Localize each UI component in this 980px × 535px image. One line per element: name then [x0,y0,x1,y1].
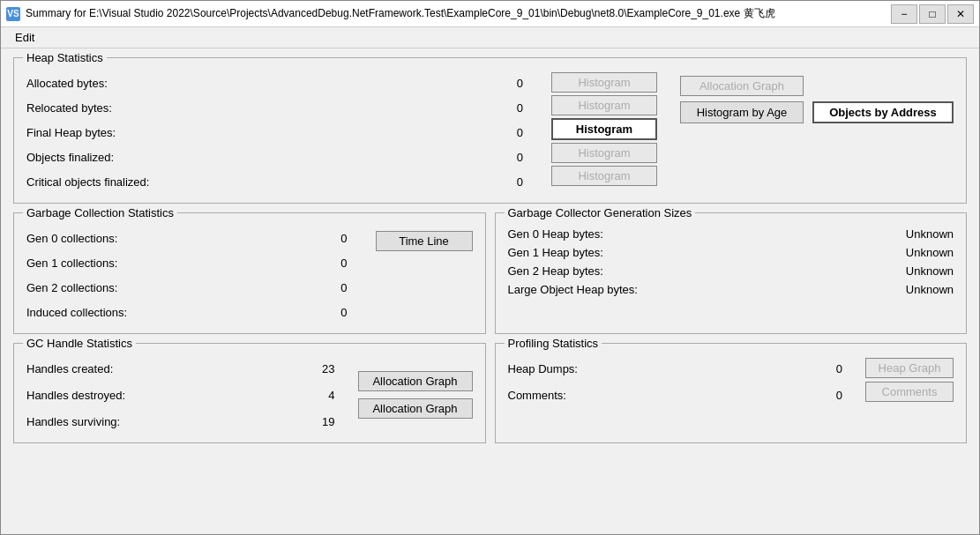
heap-statistics-title: Heap Statistics [23,51,107,64]
gc-collection-panel: Garbage Collection Statistics Gen 0 coll… [13,212,486,334]
stat-value-0: 0 [497,77,523,90]
gc-value-1: 0 [321,256,348,270]
handle-label-1: Handles destroyed: [26,389,159,402]
title-bar: VS Summary for E:\Visual Studio 2022\Sou… [1,1,979,27]
profiling-label-1: Comments: [508,389,640,402]
gen-value-1: Unknown [906,246,954,259]
gc-handle-panel: GC Handle Statistics Handles created: 23… [13,343,486,443]
edit-menu[interactable]: Edit [8,29,41,46]
table-row: Gen 2 collections: 0 [26,277,362,298]
stat-label-1: Relocated bytes: [26,101,159,115]
table-row: Comments: 0 [508,384,857,405]
profiling-label-0: Heap Dumps: [508,362,640,375]
table-row: Relocated bytes: 0 [26,97,537,118]
gc-generation-sizes-title: Garbage Collector Generation Sizes [505,206,696,219]
heap-stats-content: Allocated bytes: 0 Relocated bytes: 0 Fi… [26,72,954,192]
heap-right-buttons: Allocation Graph Histogram by Age Object… [680,72,954,123]
allocation-graph-button-handle-1[interactable]: Allocation Graph [358,398,473,419]
histogram-buttons-col: Histogram Histogram Histogram Histogram … [551,72,657,186]
stat-value-1: 0 [497,101,523,115]
table-row: Gen 2 Heap bytes: Unknown [508,264,954,278]
handle-profiling-row: GC Handle Statistics Handles created: 23… [13,343,967,443]
table-row: Final Heap bytes: 0 [26,122,537,143]
title-bar-text: Summary for E:\Visual Studio 2022\Source… [26,6,886,21]
heap-graph-button[interactable]: Heap Graph [865,358,954,378]
gc-collection-title: Garbage Collection Statistics [23,206,177,219]
handle-content: Handles created: 23 Handles destroyed: 4… [26,358,473,432]
gc-label-2: Gen 2 collections: [26,281,159,294]
heap-statistics-panel: Heap Statistics Allocated bytes: 0 Reloc… [13,57,967,204]
profiling-buttons: Heap Graph Comments [865,358,954,405]
table-row: Gen 1 Heap bytes: Unknown [508,246,954,259]
profiling-stats-panel: Profiling Statistics Heap Dumps: 0 Comme… [495,343,968,443]
table-row: Allocated bytes: 0 [26,72,537,93]
profiling-stats-rows: Heap Dumps: 0 Comments: 0 [508,358,857,405]
handle-label-0: Handles created: [26,362,159,375]
gen-value-2: Unknown [906,264,954,278]
gc-label-1: Gen 1 collections: [26,256,159,270]
histogram-button-2[interactable]: Histogram [551,118,657,140]
table-row: Objects finalized: 0 [26,146,537,167]
profiling-stats-title: Profiling Statistics [505,337,602,350]
table-row: Handles created: 23 [26,358,349,379]
objects-by-address-button[interactable]: Objects by Address [812,101,954,123]
gen-label-3: Large Object Heap bytes: [508,283,667,296]
stat-label-2: Final Heap bytes: [26,126,159,139]
timeline-button[interactable]: Time Line [376,231,473,251]
heap-stat-rows: Allocated bytes: 0 Relocated bytes: 0 Fi… [26,72,537,192]
handle-value-1: 4 [309,389,335,402]
table-row: Large Object Heap bytes: Unknown [508,283,954,296]
handle-stats-rows: Handles created: 23 Handles destroyed: 4… [26,358,349,432]
gen-value-0: Unknown [906,227,954,241]
timeline-button-col: Time Line [376,227,473,251]
histogram-button-0[interactable]: Histogram [551,72,657,93]
stat-label-4: Critical objects finalized: [26,175,159,189]
profiling-content: Heap Dumps: 0 Comments: 0 Heap Graph Com… [508,358,954,405]
gc-label-0: Gen 0 collections: [26,232,159,245]
gc-value-0: 0 [321,232,348,245]
gc-label-3: Induced collections: [26,306,159,319]
minimize-button[interactable]: − [891,4,917,24]
stat-value-2: 0 [497,126,523,139]
stat-value-3: 0 [497,151,523,164]
table-row: Gen 0 collections: 0 [26,227,362,249]
profiling-value-0: 0 [816,362,842,375]
maximize-button[interactable]: □ [919,4,946,24]
handle-label-2: Handles surviving: [26,415,159,428]
handle-buttons: Allocation Graph Allocation Graph [358,358,473,432]
gc-value-2: 0 [321,281,348,294]
gc-generation-sizes-panel: Garbage Collector Generation Sizes Gen 0… [495,212,968,334]
handle-value-2: 19 [309,415,335,428]
gen-label-2: Gen 2 Heap bytes: [508,264,667,278]
gen-value-3: Unknown [906,283,954,296]
allocation-graph-button-handle-0[interactable]: Allocation Graph [358,371,473,391]
main-window: VS Summary for E:\Visual Studio 2022\Sou… [0,0,980,535]
gc-row: Garbage Collection Statistics Gen 0 coll… [13,212,967,334]
gen-sizes-content: Gen 0 Heap bytes: Unknown Gen 1 Heap byt… [508,227,954,296]
table-row: Gen 0 Heap bytes: Unknown [508,227,954,241]
gen-label-1: Gen 1 Heap bytes: [508,246,667,259]
table-row: Induced collections: 0 [26,301,362,323]
title-bar-buttons: − □ ✕ [891,4,974,24]
comments-button[interactable]: Comments [865,382,954,402]
histogram-by-age-button[interactable]: Histogram by Age [680,101,804,123]
histogram-button-3[interactable]: Histogram [551,143,657,163]
gc-stats-rows: Gen 0 collections: 0 Gen 1 collections: … [26,227,362,323]
menu-bar: Edit [1,27,979,48]
stat-label-3: Objects finalized: [26,151,159,164]
main-content: Heap Statistics Allocated bytes: 0 Reloc… [1,48,979,534]
gen-label-0: Gen 0 Heap bytes: [508,227,667,241]
table-row: Handles surviving: 19 [26,411,349,432]
app-icon: VS [6,7,20,21]
stat-label-0: Allocated bytes: [26,77,159,90]
table-row: Critical objects finalized: 0 [26,171,537,192]
close-button[interactable]: ✕ [947,4,974,24]
stat-value-4: 0 [497,175,523,189]
gc-value-3: 0 [321,306,348,319]
profiling-value-1: 0 [816,389,842,402]
histogram-button-1[interactable]: Histogram [551,95,657,115]
table-row: Handles destroyed: 4 [26,384,349,405]
heap-right-row-2: Histogram by Age Objects by Address [680,101,954,123]
histogram-button-4[interactable]: Histogram [551,166,657,186]
allocation-graph-button-heap[interactable]: Allocation Graph [680,76,804,96]
